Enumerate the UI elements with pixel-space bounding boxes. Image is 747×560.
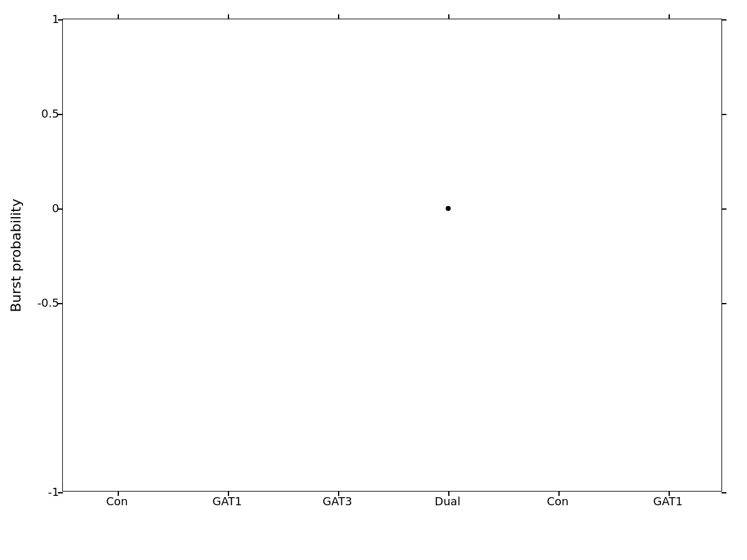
data-point-dual-0 (446, 206, 451, 211)
y-tick-label-neg05: -0.5 (17, 296, 59, 309)
y-axis-label: Burst probability (8, 198, 24, 312)
x-tick-top-5 (669, 14, 670, 19)
y-tick-label-05: 0.5 (25, 107, 59, 120)
y-tick-right-neg1 (721, 492, 726, 493)
y-tick-right-0 (721, 208, 726, 210)
y-tick-0 (58, 208, 63, 210)
y-tick-right-1 (721, 19, 726, 21)
x-tick-top-1 (228, 14, 229, 19)
y-tick-right-05 (721, 114, 726, 115)
x-tick-top-0 (118, 14, 119, 19)
x-label-con1: Con (106, 495, 128, 508)
x-label-gat1-2: GAT1 (653, 495, 682, 508)
x-tick-top-4 (558, 14, 560, 19)
plot-area (62, 19, 722, 492)
chart-container: Burst probability 1 0.5 0 -0.5 -1 (0, 0, 747, 560)
y-tick-neg05 (58, 303, 63, 304)
x-label-gat1-1: GAT1 (212, 495, 242, 508)
y-tick-label-1: 1 (34, 12, 59, 26)
x-tick-top-2 (338, 14, 339, 19)
y-tick-05 (58, 114, 63, 115)
x-label-dual: Dual (435, 495, 460, 508)
x-label-con2: Con (547, 495, 569, 508)
y-tick-label-0: 0 (34, 202, 59, 215)
x-label-gat3: GAT3 (322, 495, 352, 508)
y-tick-right-neg05 (721, 303, 726, 304)
y-tick-label-neg1: -1 (25, 485, 59, 498)
x-tick-top-3 (448, 14, 449, 19)
y-tick-neg1 (58, 492, 63, 493)
y-tick-1 (58, 19, 63, 21)
